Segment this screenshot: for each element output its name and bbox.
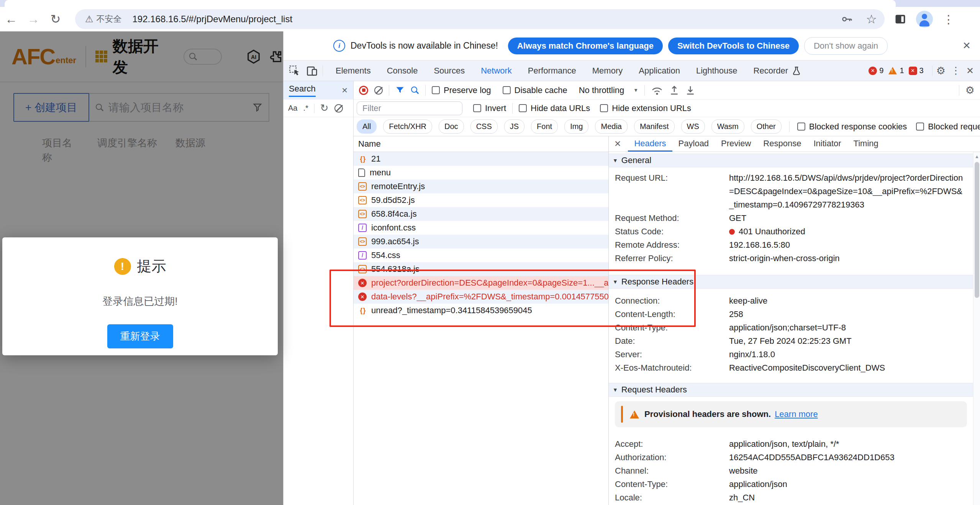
infobar-close-icon[interactable]: ✕ [962, 40, 971, 52]
browser-menu-icon[interactable]: ⋮ [943, 13, 954, 26]
network-request-row[interactable]: 59.d5d52.js [354, 193, 608, 207]
devtools-menu-icon[interactable]: ⋮ [951, 65, 961, 77]
throttling-dropdown[interactable]: No throttling▼ [579, 85, 639, 95]
reload-button[interactable]: ↻ [44, 12, 67, 26]
import-har-icon[interactable] [669, 85, 679, 96]
collapse-icon: ▼ [613, 387, 618, 393]
network-request-row[interactable]: 658.8f4ca.js [354, 207, 608, 221]
header-row: Request URL: http://192.168.16.5/DWS/api… [609, 171, 973, 211]
devtools-tab[interactable]: Recorder [746, 66, 796, 76]
request-type-chip[interactable]: Font [531, 119, 558, 134]
request-type-chip[interactable]: Media [595, 119, 627, 134]
dont-show-again-button[interactable]: Don't show again [804, 37, 888, 55]
scrollbar-thumb[interactable] [975, 162, 979, 298]
detail-tab[interactable]: Response [757, 136, 807, 152]
devtools-tab[interactable]: Memory [584, 66, 631, 76]
inspect-element-icon[interactable] [289, 65, 300, 77]
network-request-row[interactable]: 21 [354, 152, 608, 166]
learn-more-link[interactable]: Learn more [775, 409, 818, 419]
back-button[interactable]: ← [0, 12, 22, 26]
preserve-log-checkbox[interactable]: Preserve log [432, 85, 491, 95]
detail-tab[interactable]: Preview [715, 136, 757, 152]
request-type-chip[interactable]: Fetch/XHR [383, 119, 432, 134]
password-key-icon[interactable] [841, 13, 853, 25]
detail-close-icon[interactable]: ✕ [614, 139, 621, 149]
match-language-button[interactable]: Always match Chrome's language [508, 38, 663, 54]
issues-count[interactable]: 3 [919, 66, 924, 75]
record-network-log-icon[interactable] [359, 86, 368, 95]
blocked-requests-checkbox[interactable]: Blocked requests [916, 122, 980, 132]
hide-urls-checkbox[interactable]: Hide data URLs [519, 103, 590, 113]
devtools-close-icon[interactable]: ✕ [966, 65, 974, 76]
active-tab[interactable] [5, 0, 896, 7]
relogin-button[interactable]: 重新登录 [107, 324, 173, 348]
request-type-chip[interactable]: Wasm [711, 119, 744, 134]
search-pane-tab[interactable]: Search [289, 84, 316, 97]
detail-scrollbar[interactable]: ▲ [973, 152, 980, 505]
request-headers-section-header[interactable]: ▼ Request Headers [609, 383, 973, 397]
devtools-tab[interactable]: Performance [520, 66, 584, 76]
browser-toolbar: ← → ↻ ⚠ 不安全 192.168.16.5/#/prjDevMenu/pr… [0, 7, 980, 31]
address-bar[interactable]: ⚠ 不安全 192.168.16.5/#/prjDevMenu/project_… [75, 9, 885, 29]
disable-cache-checkbox[interactable]: Disable cache [503, 85, 567, 95]
hide-urls-checkbox[interactable]: Hide extension URLs [600, 103, 691, 113]
detail-tab[interactable]: Timing [847, 136, 885, 152]
network-settings-icon[interactable]: ⚙ [965, 84, 975, 96]
url-text[interactable]: 192.168.16.5/#/prjDevMenu/project_list [133, 14, 293, 25]
invert-checkbox[interactable]: Invert [473, 103, 506, 113]
request-type-chip[interactable]: WS [681, 119, 705, 134]
scroll-up-icon[interactable]: ▲ [975, 154, 979, 159]
general-section-header[interactable]: ▼ General [609, 154, 973, 167]
header-row: Accept: application/json, text/plain, */… [609, 437, 973, 451]
request-type-chip[interactable]: Manifest [634, 119, 675, 134]
warning-count[interactable]: 1 [900, 66, 904, 75]
network-search-icon[interactable] [411, 86, 419, 95]
regex-toggle[interactable]: .* [303, 104, 308, 113]
devtools-tab[interactable]: Application [631, 66, 688, 76]
devtools-tab[interactable]: Lighthouse [688, 66, 746, 76]
detail-tab[interactable]: Headers [628, 136, 672, 152]
devtools-tab[interactable]: Network [473, 66, 520, 76]
filter-input[interactable] [357, 101, 462, 115]
devtools-tab[interactable]: Console [379, 66, 426, 76]
network-request-row[interactable]: 999.ac654.js [354, 235, 608, 248]
search-pane-close-icon[interactable]: ✕ [341, 86, 348, 95]
network-filter-icon[interactable] [395, 86, 405, 95]
export-har-icon[interactable] [685, 85, 695, 96]
request-type-chip[interactable]: Doc [439, 119, 464, 134]
devtools-settings-icon[interactable]: ⚙ [936, 65, 946, 77]
detail-tab[interactable]: Payload [672, 136, 715, 152]
bookmark-star-icon[interactable]: ☆ [866, 12, 877, 26]
not-secure-icon[interactable]: ⚠ [85, 14, 93, 25]
devtools-tab[interactable]: Elements [328, 66, 379, 76]
console-errors-icon[interactable] [869, 67, 877, 75]
clear-network-log-icon[interactable] [374, 86, 383, 95]
detail-tab[interactable]: Initiator [807, 136, 847, 152]
search-refresh-icon[interactable]: ↻ [320, 102, 329, 114]
network-request-row[interactable]: remoteEntry.js [354, 180, 608, 193]
network-request-row[interactable]: 554.css [354, 248, 608, 262]
search-clear-icon[interactable] [334, 104, 343, 113]
side-panel-icon[interactable] [895, 13, 906, 25]
devtools-tab[interactable]: Sources [426, 66, 473, 76]
blocked-requests-checkbox[interactable]: Blocked response cookies [797, 122, 907, 132]
network-conditions-icon[interactable] [651, 85, 663, 95]
request-type-chip[interactable]: All [357, 119, 377, 134]
request-type-chip[interactable]: JS [504, 119, 524, 134]
console-warnings-icon[interactable] [888, 67, 897, 74]
issues-icon[interactable] [909, 67, 917, 75]
security-label[interactable]: 不安全 [97, 13, 122, 25]
dialog-message: 登录信息已过期! [2, 294, 278, 308]
request-type-chip[interactable]: Img [564, 119, 588, 134]
forward-button[interactable]: → [22, 12, 44, 26]
request-type-chip[interactable]: CSS [470, 119, 498, 134]
match-case-toggle[interactable]: Aa [288, 104, 297, 113]
network-request-row[interactable]: iconfont.css [354, 221, 608, 235]
network-request-row[interactable]: menu [354, 166, 608, 180]
profile-avatar[interactable] [916, 11, 933, 28]
device-toolbar-icon[interactable] [306, 65, 318, 77]
name-column-header[interactable]: Name [354, 136, 608, 152]
request-type-chip[interactable]: Other [751, 119, 782, 134]
error-count[interactable]: 9 [879, 66, 883, 75]
switch-to-chinese-button[interactable]: Switch DevTools to Chinese [668, 38, 799, 54]
